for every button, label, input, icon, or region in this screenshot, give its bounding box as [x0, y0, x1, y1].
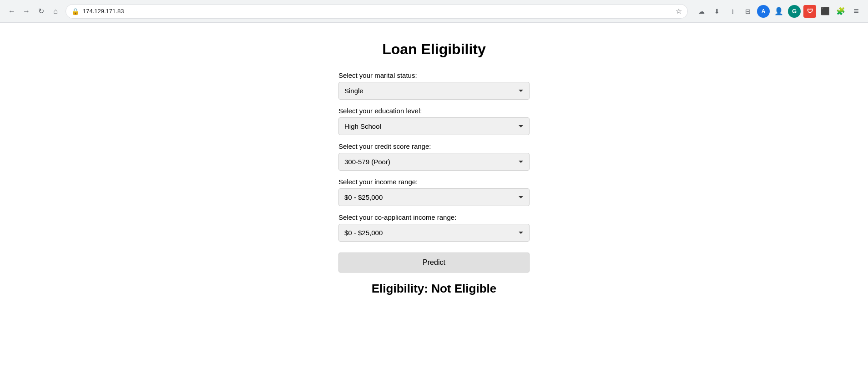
- main-content: Loan Eligibility Select your marital sta…: [0, 23, 868, 374]
- form-container: Select your marital status: Single Marri…: [338, 71, 530, 296]
- lock-icon: 174.129.171.83: [83, 8, 124, 15]
- account-a-icon[interactable]: A: [757, 5, 770, 18]
- download-icon[interactable]: ⬇: [711, 5, 723, 18]
- extension-red-icon[interactable]: 🛡: [803, 5, 816, 18]
- education-level-select[interactable]: High School Associate Bachelor Master Ph…: [338, 117, 530, 135]
- education-level-group: Select your education level: High School…: [338, 107, 530, 135]
- back-button[interactable]: ←: [5, 5, 18, 18]
- marital-status-group: Select your marital status: Single Marri…: [338, 71, 530, 100]
- predict-button[interactable]: Predict: [338, 253, 530, 273]
- eligibility-result: Eligibility: Not Eligible: [338, 282, 530, 296]
- nav-buttons: ← → ↻ ⌂: [5, 5, 62, 18]
- income-range-select[interactable]: $0 - $25,000 $25,001 - $50,000 $50,001 -…: [338, 188, 530, 206]
- library-icon[interactable]: ⫿: [726, 5, 739, 18]
- income-range-group: Select your income range: $0 - $25,000 $…: [338, 178, 530, 206]
- co-applicant-income-group: Select your co-applicant income range: $…: [338, 213, 530, 242]
- star-icon[interactable]: ☆: [676, 7, 682, 15]
- browser-toolbar-icons: ☁ ⬇ ⫿ ⊟ A 👤 G 🛡 ⬛ 🧩 ≡: [695, 5, 863, 18]
- account-person-icon[interactable]: 👤: [772, 5, 785, 18]
- refresh-button[interactable]: ↻: [35, 5, 47, 18]
- grammarly-icon[interactable]: G: [788, 5, 801, 18]
- forward-button[interactable]: →: [20, 5, 33, 18]
- home-button[interactable]: ⌂: [49, 5, 62, 18]
- education-level-label: Select your education level:: [338, 107, 530, 115]
- page-title: Loan Eligibility: [382, 41, 486, 58]
- extension-box-icon[interactable]: ⬛: [819, 5, 832, 18]
- reader-icon[interactable]: ⊟: [742, 5, 754, 18]
- extensions-puzzle-icon[interactable]: 🧩: [834, 5, 847, 18]
- credit-score-select[interactable]: 300-579 (Poor) 580-669 (Fair) 670-739 (G…: [338, 153, 530, 171]
- address-bar[interactable]: 🔒 174.129.171.83 ☆: [66, 4, 688, 19]
- browser-chrome: ← → ↻ ⌂ 🔒 174.129.171.83 ☆ ☁ ⬇ ⫿ ⊟ A 👤 G…: [0, 0, 868, 23]
- marital-status-label: Select your marital status:: [338, 71, 530, 79]
- credit-score-group: Select your credit score range: 300-579 …: [338, 142, 530, 171]
- credit-score-label: Select your credit score range:: [338, 142, 530, 150]
- shield-icon: 🔒: [71, 8, 79, 15]
- marital-status-select[interactable]: Single Married Divorced Widowed: [338, 82, 530, 100]
- income-range-label: Select your income range:: [338, 178, 530, 186]
- pocket-icon[interactable]: ☁: [695, 5, 708, 18]
- co-applicant-income-label: Select your co-applicant income range:: [338, 213, 530, 221]
- co-applicant-income-select[interactable]: $0 - $25,000 $25,001 - $50,000 $50,001 -…: [338, 224, 530, 242]
- menu-icon[interactable]: ≡: [850, 5, 863, 18]
